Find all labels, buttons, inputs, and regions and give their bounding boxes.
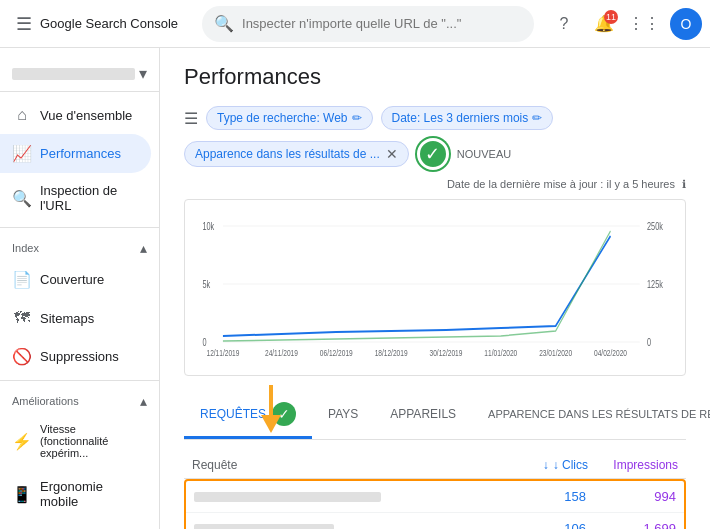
sidebar-item-couverture[interactable]: 📄 Couverture xyxy=(0,260,151,299)
notification-badge: 11 xyxy=(604,10,618,24)
sidebar-item-inspection-url[interactable]: 🔍 Inspection de l'URL xyxy=(0,173,151,223)
filter-chip-label: Apparence dans les résultats de ... xyxy=(195,147,380,161)
last-update: Date de la dernière mise à jour : il y a… xyxy=(184,178,686,191)
sitemaps-icon: 🗺 xyxy=(12,309,32,327)
filter-chip-close-icon[interactable]: ✕ xyxy=(386,146,398,162)
sidebar-divider xyxy=(0,227,159,228)
table-row[interactable]: 106 1 699 xyxy=(186,513,684,529)
sidebar-item-label: Ergonomie mobile xyxy=(40,479,139,509)
topbar-icons: ? 🔔 11 ⋮⋮ O xyxy=(546,6,702,42)
sidebar-item-label: Vitesse (fonctionnalité expérim... xyxy=(40,423,139,459)
filter-confirm-button[interactable]: ✓ xyxy=(417,138,449,170)
svg-text:11/01/2020: 11/01/2020 xyxy=(484,348,517,356)
svg-text:04/02/2020: 04/02/2020 xyxy=(594,348,627,356)
tab-appareils-label: APPAREILS xyxy=(390,407,456,421)
site-name xyxy=(12,68,135,80)
sort-arrow-icon: ↓ xyxy=(543,458,549,472)
col-requete-header: Requête xyxy=(192,458,508,472)
cell-impressions: 994 xyxy=(586,489,676,504)
sidebar-item-ergonomie[interactable]: 📱 Ergonomie mobile xyxy=(0,469,151,519)
svg-text:12/11/2019: 12/11/2019 xyxy=(206,348,239,356)
sidebar-item-suppressions[interactable]: 🚫 Suppressions xyxy=(0,337,151,376)
sidebar-item-label: Couverture xyxy=(40,272,104,287)
filter-chip-search-type[interactable]: Type de recherche: Web ✏ xyxy=(206,106,373,130)
user-avatar[interactable]: O xyxy=(670,8,702,40)
yellow-arrow xyxy=(256,385,286,438)
svg-marker-19 xyxy=(261,415,281,433)
cell-clics: 106 xyxy=(506,521,586,529)
tab-requetes[interactable]: REQUÊTES ✓ xyxy=(184,392,312,439)
col-impressions-header: Impressions xyxy=(588,458,678,472)
filter-icon[interactable]: ☰ xyxy=(184,109,198,128)
sidebar-divider-2 xyxy=(0,380,159,381)
help-icon[interactable]: ? xyxy=(546,6,582,42)
home-icon: ⌂ xyxy=(12,106,32,124)
svg-text:18/12/2019: 18/12/2019 xyxy=(375,348,408,356)
search-icon: 🔍 xyxy=(214,14,234,33)
sidebar-item-label: Suppressions xyxy=(40,349,119,364)
requete-bar xyxy=(194,492,381,502)
sidebar: ▾ ⌂ Vue d'ensemble 📈 Performances 🔍 Insp… xyxy=(0,48,160,529)
site-selector[interactable]: ▾ xyxy=(0,56,159,92)
svg-text:10k: 10k xyxy=(202,221,214,232)
sidebar-item-sitemaps[interactable]: 🗺 Sitemaps xyxy=(0,299,151,337)
performance-chart: 10k 5k 0 250k 125k 0 12/11/2019 24/11/20… xyxy=(201,216,669,356)
sidebar-item-vitesse[interactable]: ⚡ Vitesse (fonctionnalité expérim... xyxy=(0,413,151,469)
filter-chip-edit-icon-2[interactable]: ✏ xyxy=(532,111,542,125)
sidebar-item-fils-ariane[interactable]: 🔗 Fils d'Ariane xyxy=(0,519,151,529)
chart-area: 10k 5k 0 250k 125k 0 12/11/2019 24/11/20… xyxy=(184,199,686,376)
tab-pays[interactable]: PAYS xyxy=(312,397,374,434)
svg-text:250k: 250k xyxy=(647,221,663,232)
search-input[interactable] xyxy=(242,16,522,31)
nouveau-label: NOUVEAU xyxy=(457,148,511,160)
svg-text:5k: 5k xyxy=(202,279,210,290)
topbar: ☰ Google Search Console 🔍 ? 🔔 11 ⋮⋮ O xyxy=(0,0,710,48)
tab-appareils[interactable]: APPAREILS xyxy=(374,397,472,434)
sidebar-item-label: Performances xyxy=(40,146,121,161)
requete-bar xyxy=(194,524,334,530)
coverage-icon: 📄 xyxy=(12,270,32,289)
info-icon[interactable]: ℹ xyxy=(682,178,686,190)
search-bar[interactable]: 🔍 xyxy=(202,6,534,42)
site-chevron-icon: ▾ xyxy=(139,64,147,83)
filter-chip-edit-icon[interactable]: ✏ xyxy=(352,111,362,125)
table-container: 158 994 106 1 699 xyxy=(184,479,686,529)
sidebar-section-index: Index ▴ xyxy=(0,232,159,260)
chart-icon: 📈 xyxy=(12,144,32,163)
main-layout: ▾ ⌂ Vue d'ensemble 📈 Performances 🔍 Insp… xyxy=(0,48,710,529)
sidebar-item-label: Sitemaps xyxy=(40,311,94,326)
filter-chip-apparence[interactable]: Apparence dans les résultats de ... ✕ xyxy=(184,141,409,167)
table-section: Requête ↓ ↓ Clics Impressions 158 xyxy=(184,452,686,529)
tab-apparence[interactable]: APPARENCE DANS LES RÉSULTATS DE RECHERCH… xyxy=(472,398,710,433)
tab-apparence-label: APPARENCE DANS LES RÉSULTATS DE RECHERCH… xyxy=(488,408,710,420)
cell-impressions: 1 699 xyxy=(586,521,676,529)
filter-chip-label: Date: Les 3 derniers mois xyxy=(392,111,529,125)
apps-icon[interactable]: ⋮⋮ xyxy=(626,6,662,42)
sidebar-item-vue-ensemble[interactable]: ⌂ Vue d'ensemble xyxy=(0,96,151,134)
table-row[interactable]: 158 994 xyxy=(186,481,684,513)
sidebar-item-label: Vue d'ensemble xyxy=(40,108,132,123)
cell-requete xyxy=(194,524,506,530)
table-header: Requête ↓ ↓ Clics Impressions xyxy=(184,452,686,479)
filter-chip-date[interactable]: Date: Les 3 derniers mois ✏ xyxy=(381,106,554,130)
filter-bar: ☰ Type de recherche: Web ✏ Date: Les 3 d… xyxy=(184,106,686,170)
content-area: Performances ☰ Type de recherche: Web ✏ … xyxy=(160,48,710,529)
cell-requete xyxy=(194,492,506,502)
svg-text:30/12/2019: 30/12/2019 xyxy=(430,348,463,356)
mobile-icon: 📱 xyxy=(12,485,32,504)
svg-text:0: 0 xyxy=(647,337,651,348)
svg-text:125k: 125k xyxy=(647,279,663,290)
notifications-icon[interactable]: 🔔 11 xyxy=(586,6,622,42)
ameliorations-chevron-icon[interactable]: ▴ xyxy=(140,393,147,409)
svg-text:06/12/2019: 06/12/2019 xyxy=(320,348,353,356)
svg-text:23/01/2020: 23/01/2020 xyxy=(539,348,572,356)
filter-chip-label: Type de recherche: Web xyxy=(217,111,348,125)
index-chevron-icon[interactable]: ▴ xyxy=(140,240,147,256)
page-title: Performances xyxy=(184,64,686,90)
sidebar-item-performances[interactable]: 📈 Performances xyxy=(0,134,151,173)
col-clics-header: ↓ ↓ Clics xyxy=(508,458,588,472)
hamburger-icon[interactable]: ☰ xyxy=(8,5,40,43)
svg-text:0: 0 xyxy=(202,337,206,348)
checkmark-icon: ✓ xyxy=(425,143,440,165)
suppressions-icon: 🚫 xyxy=(12,347,32,366)
